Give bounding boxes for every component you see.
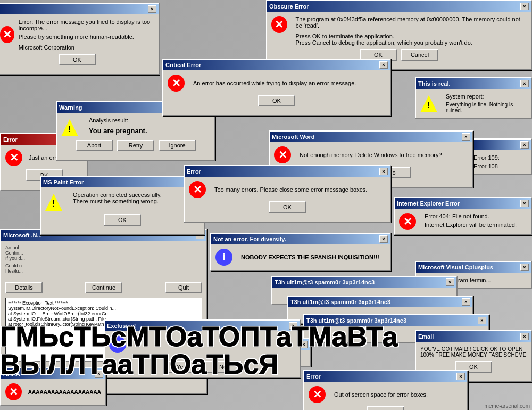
ie-close-btn[interactable]: × [520,200,529,207]
spammer2-close-btn[interactable]: × [462,298,470,306]
out-of-space-dialog: Error × ✕ Out of screen space for error … [303,370,468,410]
critical-error-message: An error has occurred while trying to di… [193,80,356,86]
aaaa-close-btn[interactable]: × [95,370,103,378]
ms-visual-title-bar: Microsoft Visual Cplusplus × [416,262,531,273]
exclusive-yes-btn[interactable]: Yes [163,361,200,373]
ms-word-close-btn[interactable]: × [462,133,470,141]
critical-error-body: ✕ An error has occurred while trying to … [163,70,390,115]
not-an-error-icon: i [215,249,232,266]
youve-got-mail-message: YOU'VE GOT MAIL!!! CLICK OK TO OPEN 100%… [420,346,527,358]
spammer1-title: T3h ult1m@t3 spamm0r 3xp3r14nc3 [275,279,446,285]
this-is-real-body: System report: Everything is fine. Nothi… [416,89,531,118]
ms-word-message: Not enough memory. Delete Windows to fre… [300,152,442,158]
ms-word-icon: ✕ [274,146,291,163]
out-of-space-icon: ✕ [309,386,326,403]
exclusive-title: Exclusive! [107,323,289,329]
top-left-error-dialog: × ✕ Error: The error message you tried t… [0,3,160,75]
this-is-real-text: System report: Everything is fine. Nothi… [446,93,527,113]
out-of-space-close-btn[interactable]: × [456,373,465,380]
error-108: Error 108 [473,163,527,169]
error-too-many-title-bar: Error × [185,166,390,177]
exclusive-no-btn[interactable]: No [204,361,242,373]
ms-paint-ok-btn[interactable]: OK [104,214,141,226]
not-an-error-message: NOBODY EXPECTS THE SPANISH INQUISITION!!… [241,254,379,260]
ms-paint-text: Operation completed successfully. There … [73,192,162,204]
obscure-cancel-btn[interactable]: Cancel [401,49,438,61]
ms-customer-close-btn[interactable]: × [300,341,308,348]
out-of-space-message: Out of screen space for error boxes. [334,391,428,398]
obscure-error-title-bar: Obscure Error × [267,1,531,12]
error-too-many-title: Error [187,168,379,175]
warning-icon [61,119,78,136]
obscure-close-btn[interactable]: × [520,3,529,10]
ie-error-text: Error 404: File not found. Internet Expl… [425,213,517,228]
aaaa-title-bar: AAAA × [1,368,105,379]
spammer3-title: T3h ult1m@t3 spamm0r 3xp3r14nc3 [306,317,478,324]
error-too-many-body: ✕ Too many errors. Please close some err… [185,177,390,222]
critical-close-btn[interactable]: × [379,61,388,69]
top-left-message: Error: The error message you tried to di… [19,19,154,51]
ie-error-title-bar: Internet Explorer Error × [395,198,531,209]
this-is-real-title-bar: This is real. × [416,78,531,89]
this-is-real-title: This is real. [418,80,520,87]
this-is-real-close-btn[interactable]: × [520,80,529,87]
obscure-error-title: Obscure Error [269,3,520,10]
ms-word-title: Microsoft Word [272,134,462,140]
spammer2-title: T3h ult1m@t3 spamm0r 3xp3r14nc3 [290,299,462,305]
exclusive-title-bar: Exclusive! × [105,321,300,331]
not-an-error-title: Not an error. For diversity. [213,236,379,242]
not-an-error-title-bar: Not an error. For diversity. × [211,234,390,244]
warning-abort-btn[interactable]: Abort [76,140,113,151]
ie-error-dialog: Internet Explorer Error × ✕ Error 404: F… [394,197,532,235]
top-left-ok-btn[interactable]: OK [59,54,96,65]
warning-text: Analysis result: You are pregnant. [89,117,147,135]
critical-error-title: Critical Error [165,62,379,68]
error-numbers-close-btn[interactable]: × [520,141,529,149]
aaaa-text: AAAAAAAAAAAAAAAAAAA [28,389,101,395]
not-an-error-dialog: Not an error. For diversity. × i NOBODY … [210,233,391,271]
top-left-close-btn[interactable]: × [148,5,156,13]
critical-error-dialog: Critical Error × ✕ An error has occurred… [162,59,391,116]
ms-paint-icon [45,194,62,211]
error-109: Error 109: [473,154,527,161]
ms-paint-dialog: MS Paint Error × Operation completed suc… [40,176,205,235]
ms-paint-title-bar: MS Paint Error × [41,177,204,187]
exclusive-icon: ? [109,336,126,353]
error-too-many-message: Too many errors. Please close some error… [214,186,367,193]
youve-got-mail-title-bar: Email × [416,331,531,342]
ms-visual-close-btn[interactable]: × [520,264,529,271]
exclusive-close-btn[interactable]: × [289,322,297,330]
exclusive-body: ? [105,331,300,358]
critical-ok-btn[interactable]: OK [258,95,295,106]
spammer1-close-btn[interactable]: × [446,278,454,286]
out-of-space-body: ✕ Out of screen space for error boxes. O… [304,382,467,410]
dotnet-buttons: Details Continue Quit [5,278,202,293]
spammer3-close-btn[interactable]: × [478,317,486,324]
out-of-space-title-bar: Error × [304,371,467,382]
ms-paint-title: MS Paint Error [43,179,193,185]
out-of-space-ok-btn[interactable]: OK [367,406,404,410]
warning-retry-btn[interactable]: Retry [117,140,154,151]
error-numbers-title-bar: r × [469,140,531,150]
aaaa-dialog: AAAA × ✕ AAAAAAAAAAAAAAAAAAA [0,367,106,406]
ie-error-icon: ✕ [399,213,416,230]
error-too-many-dialog: Error × ✕ Too many errors. Please close … [184,165,391,223]
obscure-error-icon: ✕ [271,16,287,33]
top-left-error-icon: ✕ [0,26,14,43]
watermark: meme-arsenal.com [484,403,530,409]
error-too-many-close-btn[interactable]: × [379,168,388,175]
youve-got-mail-close-btn[interactable]: × [520,333,529,340]
aaaa-body: ✕ AAAAAAAAAAAAAAAAAAA [1,379,105,405]
ie-error-body: ✕ Error 404: File not found. Internet Ex… [395,209,531,234]
obscure-error-text: The program at 0x0f43df5a referenced mem… [296,16,527,46]
not-an-error-close-btn[interactable]: × [379,235,388,243]
warning-body: Analysis result: You are pregnant. Abort… [57,113,214,160]
dotnet-text: An unh... Contin... If you d... Could n.… [5,245,202,274]
warning-ignore-btn[interactable]: Ignore [159,140,196,151]
exclusive-dialog: Exclusive! × ? Yes No [104,319,301,378]
error-too-many-ok-btn[interactable]: OK [269,201,306,213]
dotnet-details-btn[interactable]: Details [5,282,43,293]
dotnet-continue-btn[interactable]: Continue [85,282,122,293]
dotnet-quit-btn[interactable]: Quit [165,282,202,293]
spammer2-title-bar: T3h ult1m@t3 spamm0r 3xp3r14nc3 × [288,297,472,307]
